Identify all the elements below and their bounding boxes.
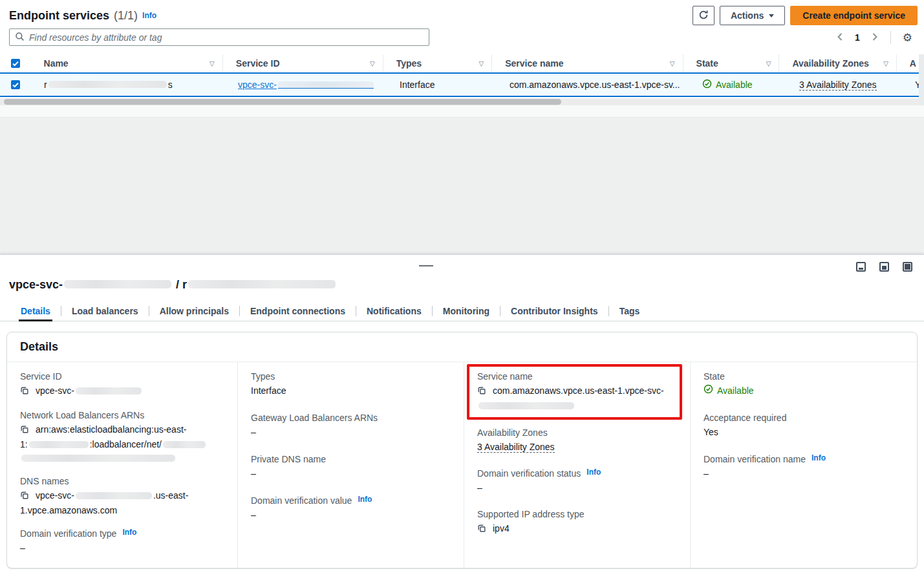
field-label: Service name <box>477 371 533 382</box>
panel-title-name: r <box>182 278 187 291</box>
field-label: Domain verification value <box>251 495 352 506</box>
field-value: Interface <box>251 384 451 398</box>
copy-icon[interactable] <box>477 523 486 537</box>
copy-icon[interactable] <box>477 385 486 399</box>
availability-zones-link[interactable]: 3 Availability Zones <box>799 80 877 91</box>
field-value: – <box>251 426 451 439</box>
pagination-prev-button[interactable] <box>833 30 847 46</box>
create-button-label: Create endpoint service <box>802 10 905 21</box>
tab-label: Tags <box>619 306 640 316</box>
header-actions: Actions Create endpoint service <box>693 6 918 25</box>
info-link[interactable]: Info <box>122 528 136 537</box>
info-link[interactable]: Info <box>586 468 601 477</box>
tab-monitoring[interactable]: Monitoring <box>433 301 500 321</box>
field-domain-verification-status: Domain verification status Info – <box>477 468 677 495</box>
info-link[interactable]: Info <box>358 495 372 504</box>
row-checkbox[interactable] <box>11 80 20 89</box>
info-link[interactable]: Info <box>811 453 826 462</box>
table-row[interactable]: rs vpce-svc- Interface com.amazonaws.vpc… <box>0 72 924 97</box>
preferences-button[interactable]: ⚙ <box>900 30 915 46</box>
search-icon <box>15 32 25 43</box>
scrollbar-thumb[interactable] <box>4 99 561 105</box>
field-label: Service ID <box>20 371 62 382</box>
refresh-button[interactable] <box>693 6 714 25</box>
copy-icon[interactable] <box>20 385 29 399</box>
actions-button[interactable]: Actions <box>720 6 785 25</box>
tab-allow-principals[interactable]: Allow principals <box>149 301 239 321</box>
copy-icon[interactable] <box>20 424 29 438</box>
state-text: Available <box>717 384 754 398</box>
field-value: – <box>704 467 904 481</box>
chevron-left-icon <box>836 32 844 43</box>
field-label: Network Load Balancers ARNs <box>20 410 144 420</box>
field-dns-names: DNS names vpce-svc-.us-east- 1.vpce.amaz… <box>20 476 224 517</box>
column-filter-icon[interactable]: ▽ <box>766 60 771 67</box>
field-value: arn:aws:elasticloadbalancing:us-east- <box>36 424 186 435</box>
actions-button-label: Actions <box>731 10 764 21</box>
field-label: Domain verification type <box>20 528 116 539</box>
select-all-checkbox[interactable] <box>11 59 20 68</box>
tab-label: Load balancers <box>72 306 138 316</box>
field-private-dns-name: Private DNS name – <box>251 454 451 481</box>
column-filter-icon[interactable]: ▽ <box>479 60 484 67</box>
panel-drag-handle[interactable] <box>419 265 433 270</box>
field-label: Gateway Load Balancers ARNs <box>251 413 378 423</box>
field-value: vpce-svc- <box>36 385 74 396</box>
column-filter-icon[interactable]: ▽ <box>883 60 888 67</box>
gear-icon: ⚙ <box>903 32 912 43</box>
redacted-text <box>76 492 152 499</box>
column-header-service-name[interactable]: Service name ▽ <box>492 54 683 72</box>
cell-availability-zones: 3 Availability Zones <box>786 74 905 96</box>
field-value: :loadbalancer/net/ <box>90 439 162 449</box>
tab-notifications[interactable]: Notifications <box>356 301 432 321</box>
service-id-link[interactable]: vpce-svc- <box>238 80 375 90</box>
endpoint-services-table: Name ▽ Service ID ▽ Types ▽ Service name… <box>0 54 924 97</box>
tab-load-balancers[interactable]: Load balancers <box>61 301 149 321</box>
field-value: com.amazonaws.vpce.us-east-1.vpce-svc- <box>493 385 664 396</box>
column-header-state[interactable]: State ▽ <box>683 54 780 72</box>
field-value: vpce-svc- <box>36 490 74 501</box>
field-service-id: Service ID vpce-svc- <box>20 371 224 399</box>
page-header: Endpoint services (1/1) Info Actions <box>9 5 918 26</box>
page-title: Endpoint services <box>9 9 109 23</box>
refresh-icon <box>698 10 709 22</box>
field-value: Yes <box>704 426 904 439</box>
tab-label: Details <box>21 306 50 316</box>
search-input[interactable] <box>29 32 424 43</box>
tab-tags[interactable]: Tags <box>609 301 650 321</box>
column-filter-icon[interactable]: ▽ <box>370 60 375 67</box>
copy-icon[interactable] <box>20 490 29 504</box>
tab-details[interactable]: Details <box>10 301 61 321</box>
availability-zones-link[interactable]: 3 Availability Zones <box>477 442 555 453</box>
field-label: Availability Zones <box>477 427 548 438</box>
panel-size-small-icon[interactable] <box>856 262 866 272</box>
tab-endpoint-connections[interactable]: Endpoint connections <box>240 301 356 321</box>
column-label: Availability Zones <box>792 58 878 69</box>
column-header-name[interactable]: Name ▽ <box>31 54 223 72</box>
panel-size-controls <box>856 262 912 272</box>
pagination-next-button[interactable] <box>868 30 881 46</box>
column-header-types[interactable]: Types ▽ <box>383 54 493 72</box>
row-checkbox-cell <box>0 74 31 96</box>
panel-size-half-icon[interactable] <box>879 262 889 272</box>
pagination: 1 ⚙ <box>833 28 915 47</box>
column-filter-icon[interactable]: ▽ <box>210 60 215 67</box>
column-header-availability-zones[interactable]: Availability Zones ▽ <box>779 54 896 72</box>
column-filter-icon[interactable]: ▽ <box>670 60 675 67</box>
panel-size-full-icon[interactable] <box>903 262 912 272</box>
info-link[interactable]: Info <box>142 11 156 20</box>
create-endpoint-service-button[interactable]: Create endpoint service <box>790 6 918 25</box>
tab-contributor-insights[interactable]: Contributor Insights <box>500 301 608 321</box>
details-card-body: Service ID vpce-svc- Network Load Balanc… <box>7 362 917 568</box>
horizontal-scrollbar[interactable] <box>0 98 924 105</box>
status-badge: Available <box>704 384 904 398</box>
column-label: Service name <box>505 58 665 69</box>
column-header-service-id[interactable]: Service ID ▽ <box>223 54 383 72</box>
field-domain-verification-name: Domain verification name Info – <box>704 454 904 481</box>
field-supported-ip-type: Supported IP address type ipv4 <box>477 509 677 537</box>
column-label: Name <box>44 58 205 69</box>
field-label: DNS names <box>20 476 69 486</box>
table-header-row: Name ▽ Service ID ▽ Types ▽ Service name… <box>0 54 924 72</box>
details-column-1: Service ID vpce-svc- Network Load Balanc… <box>7 362 238 568</box>
field-value: – <box>251 508 451 522</box>
